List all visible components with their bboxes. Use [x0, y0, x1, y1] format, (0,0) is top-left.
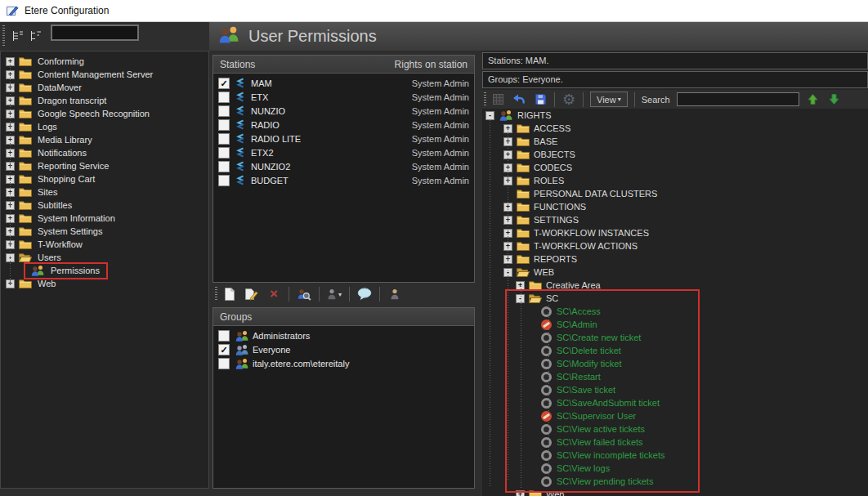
station-name: ETX [249, 92, 268, 102]
station-checkbox[interactable] [218, 161, 230, 172]
rights-item-web[interactable]: +Web [482, 488, 868, 496]
sidebar-item-conforming[interactable]: +Conforming [1, 55, 208, 68]
new-item-icon[interactable] [222, 286, 237, 302]
tree-expander[interactable]: + [516, 490, 525, 496]
sidebar-item-system-settings[interactable]: +System Settings [1, 225, 208, 238]
rights-item-codecs[interactable]: +CODECS [482, 161, 868, 174]
sidebar-item-notifications[interactable]: +Notifications [1, 146, 208, 159]
comment-icon[interactable] [357, 286, 372, 302]
sidebar-item-media-library[interactable]: +Media Library [1, 133, 208, 146]
rights-item-sc-view-failed-tickets[interactable]: SC\View failed tickets [482, 436, 868, 449]
station-row[interactable]: ETX2System Admin [213, 145, 474, 159]
station-checkbox[interactable] [218, 92, 230, 103]
rights-item-sc[interactable]: -SC [482, 292, 868, 305]
station-checkbox[interactable] [218, 175, 230, 186]
sidebar-item-datamover[interactable]: +DataMover [1, 81, 208, 94]
station-checkbox[interactable] [218, 105, 230, 117]
view-dropdown-button[interactable]: View ▾ [590, 92, 628, 107]
rights-item-reports[interactable]: +REPORTS [482, 252, 868, 266]
save-icon[interactable] [533, 92, 548, 108]
rights-item-rights[interactable]: -RIGHTS [482, 109, 868, 122]
rights-item-sc-view-incomplete-tickets[interactable]: SC\View incomplete tickets [482, 449, 868, 462]
group-checkbox[interactable] [218, 330, 230, 342]
sidebar-item-users[interactable]: -Users [1, 251, 208, 264]
expand-tree-icon[interactable] [27, 27, 45, 45]
station-icon [235, 92, 245, 102]
rights-item-sc-restart[interactable]: SC\Restart [482, 370, 868, 383]
sidebar-item-logs[interactable]: +Logs [1, 120, 208, 133]
rights-item-sc-create-new-ticket[interactable]: SC\Create new ticket [482, 331, 868, 344]
delete-item-icon[interactable]: × [266, 286, 281, 302]
group-checkbox[interactable]: ✓ [218, 344, 230, 355]
rights-item-sc-view-active-tickets[interactable]: SC\View active tickets [482, 422, 868, 436]
rights-item-settings[interactable]: +SETTINGS [482, 213, 868, 226]
toolbar-grip[interactable] [484, 92, 486, 106]
rights-item-base[interactable]: +BASE [482, 135, 868, 148]
rights-item-objects[interactable]: +OBJECTS [482, 148, 868, 161]
undo-icon[interactable] [512, 92, 526, 108]
rights-item-sc-delete-ticket[interactable]: SC\Delete ticket [482, 344, 868, 357]
station-row[interactable]: NUNZIO2System Admin [213, 159, 474, 173]
search-up-icon[interactable] [806, 92, 821, 108]
rights-item-sc-modify-ticket[interactable]: SC\Modify ticket [482, 357, 868, 370]
station-row[interactable]: RADIOSystem Admin [213, 118, 474, 132]
station-checkbox[interactable] [218, 147, 230, 159]
sidebar-item-content-management-server[interactable]: +Content Management Server [1, 68, 208, 81]
rights-tree: -RIGHTS+ACCESS+BASE+OBJECTS+CODECS+ROLES… [482, 109, 868, 496]
settings-gear-icon[interactable]: ⚙ [562, 92, 576, 108]
rights-item-t-workflow-actions[interactable]: +T-WORKFLOW ACTIONS [482, 239, 868, 252]
sidebar-item-sites[interactable]: +Sites [1, 185, 208, 199]
sidebar-item-t-workflow[interactable]: +T-Workflow [1, 238, 208, 251]
station-checkbox[interactable]: ✓ [218, 78, 230, 89]
group-row[interactable]: italy.etere.com\etereitaly [213, 356, 474, 370]
sidebar-item-permissions[interactable]: Permissions [1, 264, 208, 277]
rights-item-sc-saveandsubmit-ticket[interactable]: SC\SaveAndSubmit ticket [482, 396, 868, 409]
rights-item-sc-view-pending-tickets[interactable]: SC\View pending tickets [482, 475, 868, 488]
rights-item-creative-area[interactable]: +Creative Area [482, 279, 868, 292]
rights-item-roles[interactable]: +ROLES [482, 174, 868, 187]
rights-item-functions[interactable]: +FUNCTIONS [482, 200, 868, 213]
sidebar-item-google-speech-recognition[interactable]: +Google Speech Recognition [1, 107, 208, 120]
sidebar-item-reporting-service[interactable]: +Reporting Service [1, 159, 208, 172]
user-profile-icon[interactable] [387, 286, 402, 302]
sidebar-item-web[interactable]: +Web [1, 277, 208, 290]
rights-item-t-workflow-instances[interactable]: +T-WORKFLOW INSTANCES [482, 226, 868, 239]
rights-item-personal-data-clusters[interactable]: PERSONAL DATA CLUSTERS [482, 187, 868, 200]
sidebar-item-dragon-transcript[interactable]: +Dragon transcript [1, 94, 208, 107]
rights-item-sc-view-logs[interactable]: SC\View logs [482, 462, 868, 475]
rights-item-sc-access[interactable]: SC\Access [482, 305, 868, 318]
station-row[interactable]: BUDGETSystem Admin [213, 173, 474, 187]
collapse-tree-icon[interactable] [9, 27, 27, 45]
station-row[interactable]: ETXSystem Admin [213, 90, 474, 104]
tree-item-label: ACCESS [534, 123, 570, 133]
rights-item-sc-supervisor-user[interactable]: SC\Supervisor User [482, 409, 868, 422]
station-row[interactable]: RADIO LITESystem Admin [213, 132, 474, 145]
search-down-icon[interactable] [827, 92, 842, 108]
find-user-icon[interactable] [297, 286, 311, 302]
station-row[interactable]: NUNZIOSystem Admin [213, 104, 474, 118]
edit-item-icon[interactable] [244, 286, 259, 302]
station-checkbox[interactable] [218, 133, 230, 145]
rights-item-access[interactable]: +ACCESS [482, 122, 868, 135]
tree-filter-input[interactable] [51, 25, 139, 41]
configuration-tree: +Conforming+Content Management Server+Da… [1, 51, 208, 488]
station-checkbox[interactable] [218, 119, 230, 131]
tree-item-label: System Information [36, 213, 117, 223]
tree-expander[interactable]: - [485, 111, 494, 120]
users-icon [235, 358, 249, 369]
toolbar-separator [319, 287, 320, 302]
rights-item-sc-admin[interactable]: SC\Admin [482, 318, 868, 331]
sidebar-item-subtitles[interactable]: +Subtitles [1, 199, 208, 212]
rights-item-sc-save-ticket[interactable]: SC\Save ticket [482, 383, 868, 396]
toolbar-grip[interactable] [2, 25, 5, 47]
user-menu-icon[interactable]: ▾ [327, 286, 342, 302]
toolbar-grip[interactable] [215, 287, 217, 302]
sidebar-item-shopping-cart[interactable]: +Shopping Cart [1, 172, 208, 185]
station-row[interactable]: ✓MAMSystem Admin [213, 76, 474, 90]
rights-search-input[interactable] [677, 92, 799, 106]
group-row[interactable]: ✓Everyone [213, 342, 474, 356]
rights-item-web[interactable]: -WEB [482, 266, 868, 279]
group-checkbox[interactable] [218, 358, 230, 369]
group-row[interactable]: Administrators [213, 328, 474, 342]
sidebar-item-system-information[interactable]: +System Information [1, 212, 208, 225]
